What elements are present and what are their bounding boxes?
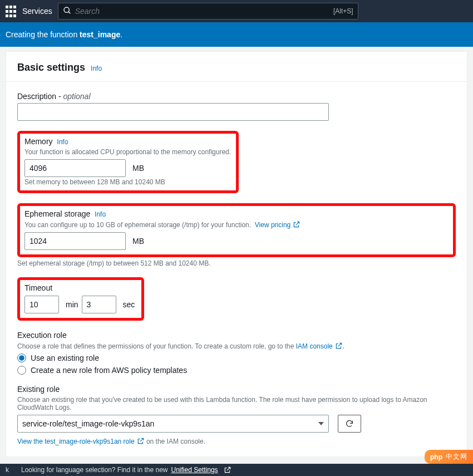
flash-banner: Creating the function test_image.: [0, 22, 473, 47]
external-link-icon: [137, 437, 145, 445]
memory-field: Memory Info Your function is allocated C…: [17, 131, 456, 193]
external-link-icon: [335, 342, 343, 350]
description-input[interactable]: [17, 103, 329, 121]
flash-text-suffix: .: [120, 30, 122, 39]
timeout-min-unit: min: [66, 300, 78, 309]
watermark-cn: 中文网: [446, 452, 467, 462]
services-link[interactable]: Services: [22, 7, 52, 16]
existing-role-label: Existing role: [17, 385, 456, 394]
ephemeral-range-hint: Set ephemeral storage (/tmp) to between …: [17, 259, 456, 267]
chevron-down-icon: [318, 422, 324, 425]
ephemeral-hint: You can configure up to 10 GB of ephemer…: [24, 221, 251, 229]
search-box[interactable]: [Alt+S]: [58, 3, 358, 19]
topbar: Services [Alt+S]: [0, 0, 473, 22]
existing-role-hint: Choose an existing role that you've crea…: [17, 396, 456, 411]
timeout-label: Timeout: [24, 283, 137, 292]
panel-info-link[interactable]: Info: [91, 65, 102, 72]
description-optional: optional: [63, 92, 90, 101]
app-grid-icon[interactable]: [4, 5, 17, 17]
ephemeral-unit: MB: [132, 237, 144, 246]
exec-role-hint-suffix: .: [343, 342, 344, 350]
search-input[interactable]: [75, 7, 330, 16]
search-icon: [63, 6, 72, 17]
external-link-icon: [224, 466, 231, 474]
memory-highlight: Memory Info Your function is allocated C…: [17, 131, 239, 193]
execution-role-field: Execution role Choose a role that define…: [17, 331, 456, 375]
ephemeral-highlight: Ephemeral storage Info You can configure…: [17, 203, 456, 257]
memory-info-link[interactable]: Info: [57, 138, 68, 146]
execution-role-label: Execution role: [17, 331, 456, 340]
watermark-brand: php: [430, 453, 442, 461]
existing-role-selected: service-role/test_image-role-vkp9s1an: [22, 419, 154, 428]
memory-unit: MB: [132, 164, 144, 173]
bottombar-k: k: [6, 466, 9, 474]
description-field: Description - optional: [17, 92, 456, 121]
view-pricing-link[interactable]: View pricing: [255, 221, 300, 229]
radio-use-existing[interactable]: [17, 354, 26, 362]
ephemeral-input[interactable]: [24, 232, 126, 250]
bottom-bar: k Looking for language selection? Find i…: [0, 464, 473, 476]
watermark-badge: php 中文网: [425, 450, 473, 464]
external-link-icon: [293, 220, 300, 228]
memory-label: Memory: [24, 137, 53, 146]
existing-role-field: Existing role Choose an existing role th…: [17, 385, 456, 445]
search-shortcut: [Alt+S]: [333, 7, 353, 15]
memory-hint: Your function is allocated CPU proportio…: [24, 148, 231, 156]
radio-create-template[interactable]: [17, 366, 26, 375]
ephemeral-info-link[interactable]: Info: [95, 210, 106, 218]
unified-settings-link[interactable]: Unified Settings: [171, 466, 218, 474]
radio-use-existing-label: Use an existing role: [31, 354, 99, 362]
flash-text-prefix: Creating the function: [6, 30, 80, 39]
iam-console-link[interactable]: IAM console: [296, 342, 343, 350]
timeout-field: Timeout min sec: [17, 277, 456, 321]
flash-fn-name: test_image: [80, 30, 120, 39]
timeout-highlight: Timeout min sec: [17, 277, 144, 321]
basic-settings-panel: Basic settings Info Description - option…: [6, 51, 467, 457]
bottombar-text: Looking for language selection? Find it …: [21, 466, 168, 474]
svg-line-1: [68, 12, 70, 13]
description-label: Description -: [17, 92, 63, 101]
memory-range-hint: Set memory to between 128 MB and 10240 M…: [24, 178, 231, 186]
memory-input[interactable]: [24, 159, 126, 177]
refresh-icon: [345, 419, 354, 428]
existing-role-select[interactable]: service-role/test_image-role-vkp9s1an: [17, 415, 329, 433]
ephemeral-field: Ephemeral storage Info You can configure…: [17, 203, 456, 267]
execution-role-hint: Choose a role that defines the permissio…: [17, 342, 296, 350]
timeout-sec-input[interactable]: [82, 296, 116, 313]
timeout-sec-unit: sec: [123, 300, 135, 309]
timeout-min-input[interactable]: [24, 296, 59, 313]
refresh-roles-button[interactable]: [338, 415, 361, 433]
svg-point-0: [64, 7, 69, 12]
view-role-link[interactable]: View the test_image-role-vkp9s1an role: [17, 438, 145, 445]
ephemeral-label: Ephemeral storage: [24, 209, 90, 218]
radio-create-template-label: Create a new role from AWS policy templa…: [31, 366, 187, 375]
view-role-suffix: on the IAM console.: [145, 438, 205, 445]
panel-title: Basic settings: [17, 62, 85, 73]
